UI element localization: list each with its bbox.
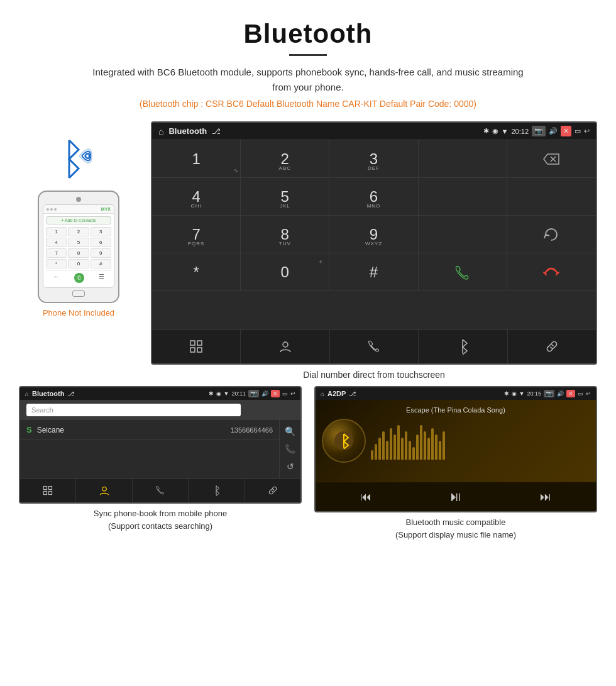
pb-nav-bt[interactable] [189, 479, 245, 502]
nav-bluetooth-icon[interactable] [419, 329, 507, 363]
pb-search-icon[interactable]: 🔍 [285, 426, 295, 436]
nav-grid-icon[interactable] [152, 329, 241, 363]
key-hash[interactable]: # [329, 253, 418, 291]
key-4[interactable]: 4 GHI [152, 178, 241, 216]
wave-bar [409, 441, 411, 460]
camera-icon[interactable]: 📷 [532, 126, 546, 136]
music-back-icon[interactable]: ↩ [586, 390, 591, 397]
phone-key-6: 6 [91, 238, 111, 247]
key-delete[interactable] [507, 140, 596, 178]
bt-music-icon [338, 433, 350, 449]
phone-call-button: ✆ [74, 273, 84, 283]
key-2[interactable]: 2 ABC [241, 140, 329, 178]
pb-camera-icon[interactable]: 📷 [248, 390, 259, 397]
wave-bar [401, 438, 404, 460]
signal-icon: ▼ [502, 128, 509, 135]
key-5[interactable]: 5 JKL [241, 178, 329, 216]
key-empty-2 [419, 178, 507, 216]
home-icon[interactable]: ⌂ [158, 126, 163, 136]
pb-contacts-icon-active [99, 485, 110, 496]
back-icon[interactable]: ↩ [584, 127, 590, 135]
wave-bar [378, 438, 381, 460]
pb-win-icon[interactable]: ▭ [282, 390, 288, 397]
album-art-inner [334, 431, 353, 450]
music-vol-icon[interactable]: 🔊 [557, 390, 564, 397]
phone-key-9: 9 [91, 248, 111, 258]
contacts-icon [278, 340, 292, 353]
wave-bar [427, 438, 430, 460]
contact-number: 13566664466 [231, 426, 273, 434]
phone-signal-dots [47, 208, 57, 211]
pb-caption-line1: Sync phone-book from mobile phone [94, 509, 227, 518]
pb-home-icon[interactable]: ⌂ [25, 390, 29, 397]
pb-refresh-side-icon[interactable]: ↺ [287, 462, 294, 472]
key-3[interactable]: 3 DEF [329, 140, 418, 178]
contact-letter: S [26, 425, 32, 434]
key-0[interactable]: 0 + [241, 253, 329, 291]
pb-loc-icon: ◉ [216, 390, 221, 397]
pb-nav-phone[interactable] [133, 479, 189, 502]
usb-icon: ⎇ [212, 127, 221, 136]
car-bottom-nav [152, 329, 596, 363]
pb-bt-icon: ✱ [209, 390, 214, 397]
wave-bar [416, 434, 419, 460]
key-7[interactable]: 7 PQRS [152, 216, 241, 253]
pb-signal-icon: ▼ [224, 390, 229, 397]
page-title: Bluetooth [13, 19, 603, 49]
key-refresh[interactable] [507, 216, 596, 253]
pb-nav-link[interactable] [245, 479, 300, 502]
phone-screen: MYX + Add to Contacts 1 2 3 4 5 6 7 8 9 … [43, 204, 114, 288]
title-underline [289, 54, 327, 56]
pb-side-icons: 🔍 📞 ↺ [279, 420, 300, 478]
key-call-green[interactable] [419, 253, 507, 291]
phone-key-hash: # [91, 259, 111, 268]
pb-nav-grid[interactable] [20, 479, 76, 502]
grid-icon [189, 340, 203, 353]
next-track-button[interactable]: ⏭ [540, 490, 551, 504]
key-empty-3 [507, 178, 596, 216]
music-home-icon[interactable]: ⌂ [321, 390, 324, 397]
phone-mockup: MYX + Add to Contacts 1 2 3 4 5 6 7 8 9 … [38, 191, 119, 303]
key-call-red[interactable] [507, 253, 596, 291]
phone-keypad: 1 2 3 4 5 6 7 8 9 * 0 # [46, 227, 111, 268]
nav-phone-icon[interactable] [330, 329, 419, 363]
phone-screen-content: + Add to Contacts 1 2 3 4 5 6 7 8 9 * 0 … [43, 214, 114, 287]
nav-link-icon[interactable] [508, 329, 596, 363]
nav-contacts-icon[interactable] [241, 329, 329, 363]
search-input[interactable]: Search [26, 404, 241, 416]
key-star[interactable]: * [152, 253, 241, 291]
music-time: 20:15 [527, 390, 541, 397]
music-screen: ⌂ A2DP ⎇ ✱ ◉ ▼ 20:15 📷 🔊 ✕ ▭ ↩ E [314, 386, 597, 512]
pb-nav-contacts[interactable] [76, 479, 132, 502]
key-8[interactable]: 8 TUV [241, 216, 329, 253]
key-9[interactable]: 9 WXYZ [329, 216, 418, 253]
contact-item[interactable]: S Seicane 13566664466 [20, 420, 279, 440]
music-win-icon[interactable]: ▭ [578, 390, 583, 397]
svg-rect-6 [197, 341, 202, 345]
key-1[interactable]: 1 ∿ [152, 140, 241, 178]
pb-close-icon[interactable]: ✕ [271, 390, 280, 397]
music-camera-icon[interactable]: 📷 [544, 390, 554, 397]
pb-vol-icon[interactable]: 🔊 [261, 390, 268, 397]
play-pause-button[interactable]: ⏯ [449, 489, 463, 505]
wave-bar [375, 444, 377, 460]
pb-back-icon[interactable]: ↩ [290, 390, 295, 397]
refresh-icon [543, 226, 559, 243]
window-icon[interactable]: ▭ [575, 127, 581, 135]
close-icon[interactable]: ✕ [561, 126, 571, 136]
song-title: Escape (The Pina Colada Song) [406, 406, 505, 414]
key-6[interactable]: 6 MNO [329, 178, 418, 216]
svg-rect-11 [44, 486, 47, 489]
pb-phone-icon [155, 485, 165, 495]
key-empty-1 [419, 140, 507, 178]
music-close-icon[interactable]: ✕ [566, 390, 575, 397]
wave-bar [371, 450, 373, 460]
pb-phone-side-icon[interactable]: 📞 [285, 444, 295, 454]
wave-bar [397, 425, 400, 460]
prev-track-button[interactable]: ⏮ [360, 490, 371, 504]
subtitle-text: Integrated with BC6 Bluetooth module, su… [88, 65, 528, 95]
volume-icon[interactable]: 🔊 [549, 127, 558, 135]
wave-bar [405, 431, 407, 460]
phone-key-7: 7 [46, 248, 67, 258]
pb-usb-icon: ⎇ [67, 390, 75, 397]
